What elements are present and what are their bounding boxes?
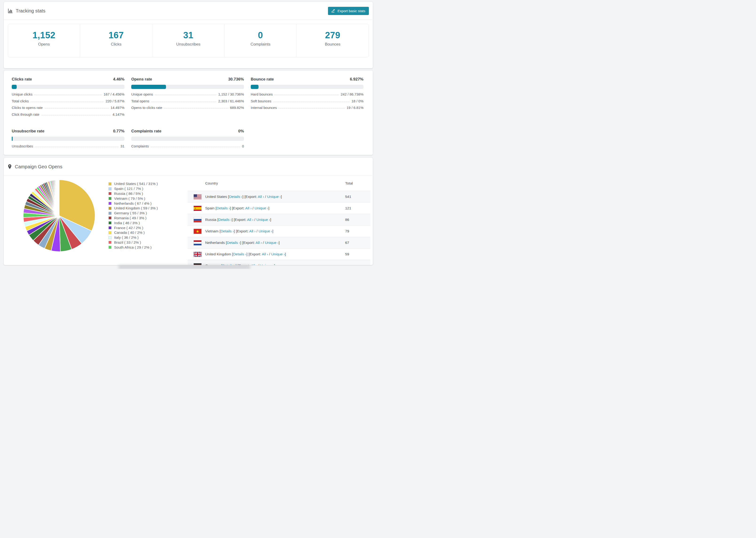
tracking-stats-header: Tracking stats Export basic stats	[4, 2, 373, 20]
map-pin-icon	[8, 164, 12, 169]
export-unique-link[interactable]: Unique ›	[254, 206, 268, 210]
total-value: 59	[345, 252, 370, 256]
export-all-link[interactable]: All ›	[256, 241, 262, 244]
geo-opens-card: Campaign Geo Opens United States ( 541 /…	[4, 158, 373, 265]
dotted-leader	[31, 102, 104, 102]
flag-es-icon	[188, 206, 205, 211]
legend-swatch	[108, 216, 112, 219]
rate-row: Clicks to opens rate14.497%	[12, 106, 125, 112]
legend-label: United States ( 541 / 31% )	[114, 182, 158, 186]
stat-value: 0	[225, 30, 296, 40]
details-link[interactable]: Details ›	[229, 194, 243, 198]
export-unique-link[interactable]: Unique ›	[265, 241, 279, 244]
rate-row-label: Soft bounces	[251, 99, 271, 103]
rate-row-label: Internal bounces	[251, 106, 277, 110]
summary-stat: 167Clicks	[80, 24, 152, 57]
progress-fill	[12, 136, 13, 141]
total-value: 121	[345, 206, 370, 210]
legend-item: Italy ( 36 / 2% )	[108, 235, 158, 240]
export-label: Export:	[233, 206, 245, 210]
rate-row-value: 1,152 / 30.736%	[218, 92, 244, 96]
scroll-shadow	[119, 265, 250, 269]
legend-item: Russia ( 86 / 5% )	[108, 191, 158, 196]
details-link[interactable]: Details ›	[227, 241, 240, 244]
rate-row: Unique opens1,152 / 30.736%	[131, 92, 244, 99]
export-unique-link[interactable]: Unique ›	[260, 264, 274, 265]
legend-label: Canada ( 40 / 2% )	[114, 231, 145, 235]
rate-row-value: 689.82%	[230, 106, 244, 110]
rate-row-value: 4.147%	[112, 112, 125, 116]
col-header-country: Country	[205, 181, 345, 186]
legend-item: United States ( 541 / 31% )	[108, 182, 158, 187]
legend-item: South Africa ( 29 / 2% )	[108, 245, 158, 250]
legend-item: Spain ( 121 / 7% )	[108, 187, 158, 191]
legend-swatch	[108, 231, 112, 234]
export-all-link[interactable]: All ›	[245, 206, 252, 210]
rate-row-value: 14.497%	[111, 106, 125, 110]
rate-row-value: 19 / 6.81%	[347, 106, 363, 110]
export-all-link[interactable]: All ›	[251, 264, 257, 265]
rate-row-value: 18 / 0%	[351, 99, 363, 103]
progress-bar	[131, 136, 244, 141]
rate-row: Opens to clicks rate689.82%	[131, 106, 244, 112]
details-link[interactable]: Details ›	[233, 252, 246, 256]
export-unique-link[interactable]: Unique ›	[267, 194, 281, 198]
rate-row: Unsubscribes31	[12, 144, 125, 151]
rate-row-label: Unsubscribes	[12, 144, 33, 148]
rate-row: Soft bounces18 / 0%	[251, 99, 363, 106]
col-header-total: Total	[345, 181, 370, 186]
export-all-link[interactable]: All ›	[247, 218, 253, 222]
export-label: Export:	[237, 229, 249, 233]
tracking-stats-card: Tracking stats Export basic stats 1,152O…	[4, 2, 373, 68]
details-link[interactable]: Details ›	[220, 229, 234, 233]
rate-row-label: Clicks to opens rate	[12, 106, 43, 110]
legend-label: Romania ( 49 / 3% )	[114, 216, 146, 220]
rate-row-label: Total opens	[131, 99, 149, 103]
stat-label: Clicks	[80, 42, 152, 47]
legend-item: Netherlands ( 67 / 4% )	[108, 201, 158, 206]
table-row: United Kingdom [Details ›] [Export: All …	[188, 248, 370, 260]
dotted-leader	[273, 102, 350, 102]
progress-bar	[251, 85, 363, 89]
rate-row-value: 242 / 86.738%	[341, 92, 363, 96]
rate-title: Unsubscribe rate	[12, 129, 44, 134]
export-all-link[interactable]: All ›	[258, 194, 264, 198]
export-unique-link[interactable]: Unique ›	[258, 229, 272, 233]
summary-stat: 1,152Opens	[8, 24, 80, 57]
legend-swatch	[108, 202, 112, 205]
stat-value: 31	[152, 30, 224, 40]
stat-value: 1,152	[8, 30, 80, 40]
table-row: Russia [Details ›] [Export: All › / Uniq…	[188, 214, 370, 225]
rate-row: Internal bounces19 / 6.81%	[251, 106, 363, 112]
rate-row-label: Total clicks	[12, 99, 29, 103]
details-link[interactable]: Details ›	[216, 206, 230, 210]
progress-fill	[12, 85, 17, 89]
export-all-link[interactable]: All ›	[249, 229, 256, 233]
rates-card: Clicks rate4.46%Unique clicks167 / 4.456…	[4, 71, 373, 155]
export-basic-stats-button[interactable]: Export basic stats	[328, 7, 369, 15]
total-value: 79	[345, 229, 370, 233]
export-label: Export:	[245, 194, 258, 198]
dotted-leader	[151, 147, 240, 147]
rate-row-label: Complaints	[131, 144, 149, 148]
rate-row: Complaints0	[131, 144, 244, 151]
export-unique-link[interactable]: Unique ›	[256, 218, 270, 222]
rate-block: Clicks rate4.46%Unique clicks167 / 4.456…	[12, 77, 125, 119]
rate-value: 0.77%	[113, 129, 125, 134]
legend-label: Spain ( 121 / 7% )	[114, 187, 143, 191]
total-value: 86	[345, 218, 370, 222]
rate-row-value: 0	[242, 144, 244, 148]
summary-stat: 31Unsubscribes	[152, 24, 224, 57]
details-link[interactable]: Details ›	[218, 218, 232, 222]
flag-ru-icon	[188, 217, 205, 223]
rate-row: Unique clicks167 / 4.456%	[12, 92, 125, 99]
export-label: Export:	[235, 218, 247, 222]
country-name: Netherlands	[205, 241, 226, 244]
export-unique-link[interactable]: Unique ›	[271, 252, 285, 256]
rate-row-value: 31	[121, 144, 125, 148]
legend-swatch	[108, 236, 112, 239]
rate-row-value: 2,303 / 61.446%	[218, 99, 244, 103]
export-all-link[interactable]: All ›	[262, 252, 268, 256]
stat-value: 279	[297, 30, 369, 40]
table-row: Germany [Details ›] [Export: All › / Uni…	[188, 260, 370, 265]
